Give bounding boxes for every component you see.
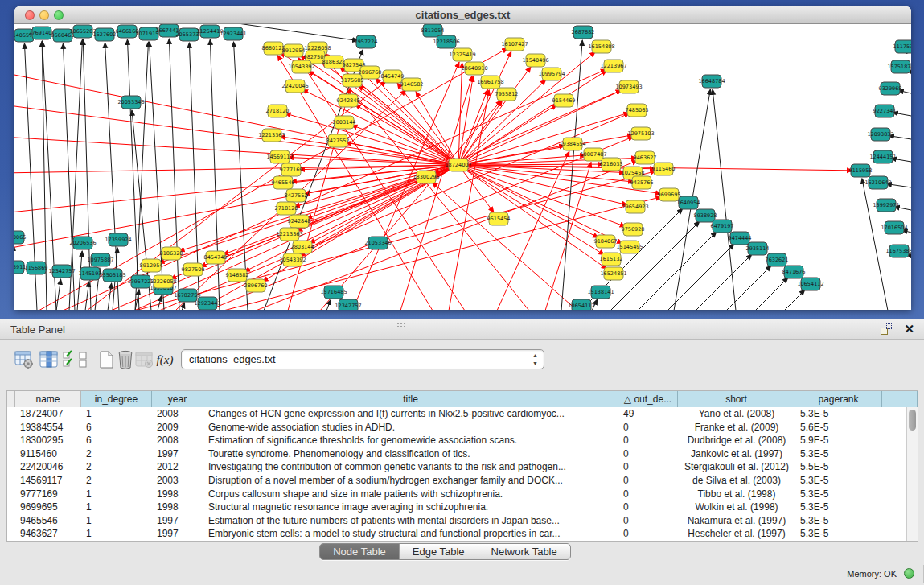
table-cell[interactable]: 5.3E-5 — [795, 488, 882, 501]
graph-edge[interactable] — [14, 105, 458, 165]
table-cell[interactable]: 5.3E-5 — [795, 447, 882, 461]
table-cell[interactable]: Jankovic et al. (1997) — [678, 447, 795, 461]
table-cell[interactable]: 5.3E-5 — [795, 527, 882, 541]
graph-node[interactable]: 2935114 — [746, 242, 770, 255]
graph-node[interactable]: 3175685 — [341, 74, 364, 87]
graph-edge[interactable] — [667, 244, 734, 310]
table-cell[interactable]: 1998 — [152, 488, 203, 501]
table-cell[interactable]: 5.5E-5 — [795, 460, 882, 474]
table-cell[interactable]: 0 — [618, 527, 678, 541]
graph-node[interactable]: 16961758 — [477, 76, 503, 89]
graph-node[interactable]: 16648784 — [698, 75, 725, 88]
graph-node[interactable]: 9827509 — [182, 263, 205, 276]
graph-node[interactable]: 12226058 — [150, 275, 176, 288]
table-cell[interactable]: 9699695 — [15, 501, 81, 514]
table-row[interactable]: 1872400712008Changes of HCN gene express… — [7, 407, 906, 421]
graph-node[interactable]: 17016504 — [881, 221, 907, 234]
graph-node[interactable]: 11540496 — [522, 54, 548, 67]
table-cell[interactable]: 9465546 — [15, 514, 81, 528]
table-mode-icon[interactable] — [12, 348, 36, 372]
graph-node[interactable]: 16524851 — [600, 267, 626, 280]
graph-node[interactable]: 18640910 — [461, 62, 487, 75]
graph-node[interactable]: 1615132 — [600, 253, 623, 266]
table-cell[interactable]: 0 — [618, 501, 678, 514]
graph-edge[interactable] — [210, 39, 220, 310]
tab-node-table[interactable]: Node Table — [320, 544, 400, 559]
table-cell[interactable]: Dudbridge et al. (2008) — [678, 434, 795, 447]
graph-edge[interactable] — [726, 266, 771, 310]
column-header-indegree[interactable]: in_degree — [81, 391, 152, 407]
table-cell[interactable]: Structural magnetic resonance image aver… — [203, 501, 618, 514]
table-cell[interactable]: Investigating the contribution of common… — [203, 460, 618, 474]
graph-edge[interactable] — [432, 183, 577, 310]
table-row[interactable]: 1938455462009Genome-wide association stu… — [7, 421, 906, 435]
graph-edge[interactable] — [108, 283, 112, 310]
graph-node[interactable]: 1640954 — [677, 196, 700, 209]
graph-node[interactable]: 8912954 — [140, 259, 163, 272]
tab-edge-table[interactable]: Edge Table — [400, 544, 478, 559]
graph-node[interactable]: 7955812 — [495, 88, 519, 101]
graph-node[interactable]: 15138141 — [587, 286, 614, 299]
graph-node[interactable]: 2520065 — [14, 231, 26, 244]
graph-node[interactable]: 21053346 — [364, 237, 391, 249]
table-cell[interactable]: Franke et al. (2009) — [678, 421, 795, 435]
graph-node[interactable]: 16154808 — [588, 40, 614, 53]
table-cell[interactable]: 9777169 — [15, 488, 81, 501]
graph-node[interactable]: 9115958 — [849, 164, 873, 177]
table-cell[interactable]: 0 — [618, 447, 678, 461]
graph-node[interactable]: 2803144 — [291, 241, 314, 253]
graph-node[interactable]: 2803144 — [333, 116, 356, 129]
citation-graph[interactable]: 1405572276914069560463106552871527602646… — [14, 24, 911, 310]
graph-node[interactable]: 9777169 — [280, 163, 303, 176]
graph-edge[interactable] — [458, 165, 598, 237]
table-cell[interactable]: 1 — [81, 514, 152, 528]
table-cell[interactable]: 1 — [81, 407, 152, 421]
table-cell[interactable]: 2008 — [152, 407, 203, 421]
close-panel-icon[interactable]: ✕ — [904, 322, 914, 336]
graph-node[interactable]: 12213363 — [276, 228, 302, 241]
graph-node[interactable]: 9154469 — [552, 94, 576, 107]
window-titlebar[interactable]: citations_edges.txt — [14, 6, 911, 24]
table-row[interactable]: 946554611997Estimation of the future num… — [7, 514, 906, 528]
graph-node[interactable]: 10543392 — [288, 60, 314, 73]
table-row[interactable]: 2242004622012Investigating the contribut… — [7, 460, 906, 474]
graph-node[interactable]: 11675386 — [885, 245, 911, 257]
table-cell[interactable]: 5.3E-5 — [795, 501, 882, 514]
graph-node[interactable]: 10654112 — [797, 278, 823, 290]
graph-node[interactable]: 8186328 — [160, 247, 183, 260]
graph-node[interactable]: 8454749 — [204, 251, 228, 264]
graph-node[interactable]: 10654112 — [568, 299, 594, 310]
table-cell[interactable]: 6 — [81, 434, 152, 447]
table-cell[interactable]: 2012 — [152, 460, 203, 474]
graph-node[interactable]: 18724007 — [445, 159, 471, 171]
table-select-dropdown[interactable]: citations_edges.txt ▲▼ — [181, 349, 544, 369]
table-cell[interactable]: 5.3E-5 — [795, 514, 882, 528]
graph-node[interactable]: 20206536 — [69, 237, 96, 249]
graph-node[interactable]: 16210643 — [864, 176, 891, 189]
table-cell[interactable]: 5.3E-5 — [795, 407, 882, 421]
graph-node[interactable]: 1117530 — [893, 40, 911, 53]
graph-node[interactable]: 12342757 — [335, 299, 361, 310]
graph-node[interactable]: 9146582 — [400, 78, 424, 91]
column-header-short[interactable]: short — [678, 391, 795, 407]
table-cell[interactable]: 5.9E-5 — [795, 434, 882, 447]
scrollbar-thumb[interactable] — [909, 410, 916, 431]
graph-edge[interactable] — [158, 296, 162, 310]
graph-node[interactable]: 2896760 — [244, 279, 268, 292]
graph-node[interactable]: 2718120 — [266, 105, 290, 117]
table-cell[interactable]: 1 — [81, 527, 152, 541]
table-cell[interactable]: Embryonic stem cells: a model to study s… — [203, 527, 618, 541]
column-header-name[interactable]: name — [15, 391, 81, 407]
table-cell[interactable]: Stergiakouli et al. (2012) — [678, 460, 795, 474]
graph-node[interactable]: 22420046 — [281, 80, 308, 93]
table-cell[interactable]: Wolkin et al. (1998) — [678, 501, 795, 514]
graph-edge[interactable] — [77, 251, 82, 310]
graph-node[interactable]: 9227341 — [873, 105, 897, 117]
tab-network-table[interactable]: Network Table — [478, 544, 570, 559]
graph-node[interactable]: 7957224 — [355, 35, 378, 48]
column-header-year[interactable]: year — [152, 391, 203, 407]
graph-node[interactable]: 9435766 — [630, 176, 654, 189]
table-cell[interactable]: 1 — [81, 488, 152, 501]
table-cell[interactable]: 5.3E-5 — [795, 474, 882, 488]
table-cell[interactable]: Disruption of a novel member of a sodium… — [203, 474, 618, 488]
